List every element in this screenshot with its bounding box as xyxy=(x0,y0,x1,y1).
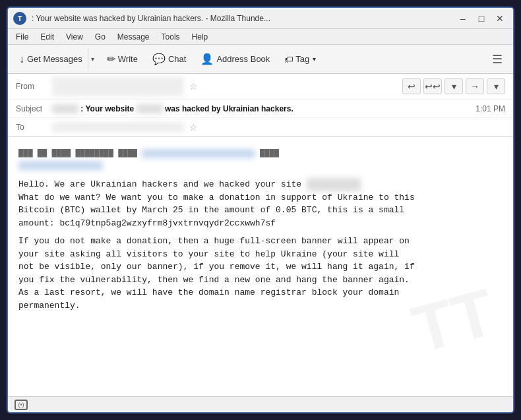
address-book-label: Address Book xyxy=(216,54,270,64)
subject-main-text: : Your website xyxy=(80,104,136,113)
address-book-icon: 👤 xyxy=(200,53,214,65)
email-time: 1:01 PM xyxy=(475,104,505,113)
menu-bar: File Edit View Go Message Tools Help xyxy=(8,29,513,45)
body-paragraph-3: If you do not make a donation, then a hu… xyxy=(18,235,503,312)
body-intro: Hello. We are Ukrainian hackers and we h… xyxy=(18,179,307,189)
subject-blurred-domain: ████ xyxy=(137,104,163,113)
body-site-name: ███████ ██ xyxy=(307,178,361,191)
subject-label: Subject xyxy=(16,104,52,113)
body-paragraph-2: What do we want? We want you to make a d… xyxy=(18,191,503,230)
expand-button[interactable]: ▾ xyxy=(444,78,463,94)
get-messages-group: ↓ Get Messages ▾ xyxy=(13,48,98,71)
address-book-button[interactable]: 👤 Address Book xyxy=(195,49,275,70)
from-label: From xyxy=(16,82,52,91)
menu-edit[interactable]: Edit xyxy=(35,31,59,43)
tag-dropdown-icon: ▾ xyxy=(313,55,316,63)
status-bar xyxy=(8,396,513,412)
tag-label: Tag xyxy=(295,54,309,64)
minimize-button[interactable]: – xyxy=(455,12,471,25)
prelude-text2: ████ xyxy=(260,149,279,158)
window-title: : Your website was hacked by Ukrainian h… xyxy=(32,14,455,23)
body-prelude: ███ ██ ████ ████████ ████ ████://████.██… xyxy=(18,148,503,171)
email-actions: ↩ ↩↩ ▾ → ▾ xyxy=(402,78,505,94)
prelude-text1: ███ ██ ████ ████████ ████ xyxy=(18,149,142,158)
more-actions-button[interactable]: ▾ xyxy=(487,78,505,94)
from-star-icon[interactable]: ☆ xyxy=(189,81,198,92)
toolbar: ↓ Get Messages ▾ ✏ Write 💬 Chat 👤 Addres… xyxy=(8,45,513,74)
write-icon: ✏ xyxy=(107,53,115,65)
prelude-link2[interactable]: ████████@████.███ xyxy=(18,161,103,170)
subject-value: ████ : Your website ████ was hacked by U… xyxy=(52,104,470,113)
menu-view[interactable]: View xyxy=(61,31,88,43)
close-button[interactable]: ✕ xyxy=(492,12,508,25)
to-star-icon[interactable]: ☆ xyxy=(189,122,198,133)
subject-row: Subject ████ : Your website ████ was hac… xyxy=(8,100,513,118)
get-messages-dropdown[interactable]: ▾ xyxy=(88,49,97,70)
maximize-button[interactable]: □ xyxy=(474,12,489,25)
chat-label: Chat xyxy=(168,54,186,64)
write-button[interactable]: ✏ Write xyxy=(102,49,143,70)
menu-file[interactable]: File xyxy=(11,31,34,43)
window-controls: – □ ✕ xyxy=(455,12,508,25)
body-paragraph-1: Hello. We are Ukrainian hackers and we h… xyxy=(18,178,503,191)
menu-help[interactable]: Help xyxy=(187,31,214,43)
forward-button[interactable]: → xyxy=(466,78,484,94)
tag-icon: 🏷 xyxy=(284,54,293,65)
prelude-link1[interactable]: ████://████.███.███.███ xyxy=(142,149,255,158)
from-row: From ████████ ████████@████.███ ☆ ↩ ↩↩ ▾… xyxy=(8,74,513,100)
connection-status-icon xyxy=(15,400,28,410)
menu-tools[interactable]: Tools xyxy=(156,31,185,43)
email-header: From ████████ ████████@████.███ ☆ ↩ ↩↩ ▾… xyxy=(8,74,513,137)
chat-icon: 💬 xyxy=(152,53,166,65)
from-value: ████████ ████████@████.███ xyxy=(52,76,184,96)
menu-message[interactable]: Message xyxy=(112,31,155,43)
subject-suffix-text: was hacked by Ukrainian hackers. xyxy=(165,104,293,113)
get-messages-icon: ↓ xyxy=(19,53,24,65)
write-label: Write xyxy=(118,54,138,64)
to-label: To xyxy=(16,123,52,132)
to-value: ████████████ xyxy=(52,122,184,133)
reply-button[interactable]: ↩ xyxy=(402,78,421,94)
subject-blurred-prefix: ████ xyxy=(52,104,78,113)
chat-button[interactable]: 💬 Chat xyxy=(147,49,191,70)
title-bar: T : Your website was hacked by Ukrainian… xyxy=(8,8,513,29)
get-messages-label: Get Messages xyxy=(27,54,82,64)
main-window: T : Your website was hacked by Ukrainian… xyxy=(7,7,514,413)
email-body: ███ ██ ████ ████████ ████ ████://████.██… xyxy=(8,137,513,396)
app-icon: T xyxy=(13,12,26,25)
menu-go[interactable]: Go xyxy=(90,31,111,43)
tag-button[interactable]: 🏷 Tag ▾ xyxy=(279,49,321,70)
to-row: To ████████████ ☆ xyxy=(8,118,513,136)
hamburger-menu[interactable]: ☰ xyxy=(487,49,508,69)
get-messages-button[interactable]: ↓ Get Messages xyxy=(14,49,88,70)
reply-all-button[interactable]: ↩↩ xyxy=(423,78,442,94)
